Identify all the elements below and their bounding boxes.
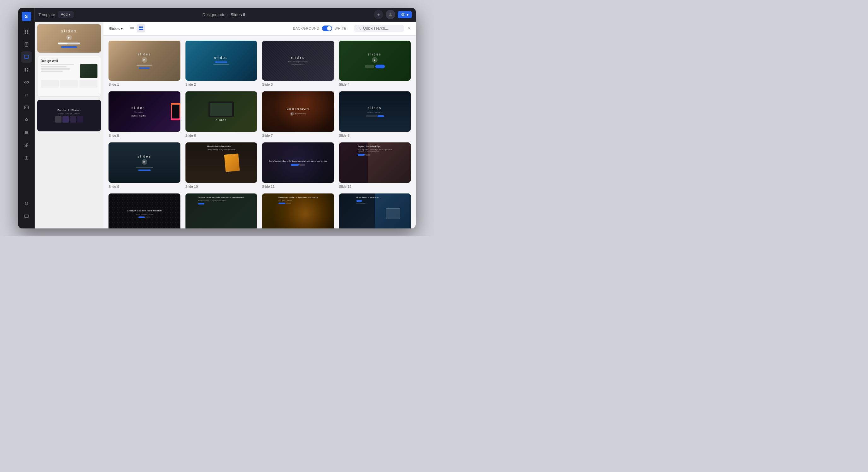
- slide-thumb-11[interactable]: One of the tragedies of the design scene…: [262, 142, 334, 183]
- slide-16-title: Great design is transparent: [356, 196, 393, 199]
- sidebar-item-pages[interactable]: [21, 39, 32, 50]
- slide-item-8: slides perfection is achieved: [339, 91, 411, 137]
- slide-thumb-4[interactable]: slides ▶: [339, 41, 411, 81]
- slide-thumb-1[interactable]: slides ▶: [108, 41, 180, 81]
- svg-point-21: [27, 132, 27, 133]
- slide-item-15: Designing a product is designing a relat…: [262, 194, 334, 228]
- preview-card-2[interactable]: Design well: [37, 56, 101, 97]
- left-panel: slides ▶ Design well: [35, 22, 103, 229]
- avatar[interactable]: [386, 10, 395, 19]
- search-input[interactable]: [363, 26, 401, 31]
- svg-rect-13: [27, 70, 28, 71]
- sidebar-item-image[interactable]: [21, 102, 32, 113]
- app-logo[interactable]: S: [22, 12, 31, 21]
- preview-card-1[interactable]: slides ▶: [37, 24, 101, 53]
- sidebar-item-notifications[interactable]: [21, 198, 32, 209]
- slide-thumb-2[interactable]: slides: [185, 41, 257, 81]
- slide-thumb-13[interactable]: Creativity is to think more efficiently …: [108, 194, 180, 228]
- slide-item-10: Messes Make Memories The most things at …: [185, 142, 257, 189]
- breadcrumb-parent[interactable]: Designmodo: [203, 12, 225, 17]
- sidebar-item-links[interactable]: [21, 76, 32, 88]
- svg-rect-23: [25, 145, 27, 147]
- slide-thumb-9[interactable]: slides ▶: [108, 142, 180, 183]
- preview-1-title: slides: [61, 29, 77, 33]
- slide-label-2: Slide 2: [185, 82, 257, 86]
- slide-thumb-6[interactable]: slides: [185, 91, 257, 132]
- svg-point-26: [403, 14, 404, 15]
- breadcrumb: Designmodo › Slides 6: [76, 12, 371, 17]
- svg-rect-31: [139, 29, 141, 30]
- slide-thumb-14[interactable]: Designers are meant to be loved, not to …: [185, 194, 257, 228]
- slide-1-title: slides: [137, 53, 151, 56]
- sidebar-item-monitor[interactable]: [21, 52, 32, 63]
- sidebar-item-text[interactable]: Tt: [21, 89, 32, 101]
- slide-3-title: slides: [291, 56, 305, 59]
- view-grid-button[interactable]: [137, 24, 145, 32]
- preview-button[interactable]: ▾: [398, 11, 412, 18]
- slide-thumb-10[interactable]: Messes Make Memories The most things at …: [185, 142, 257, 183]
- sidebar-item-plugins[interactable]: [21, 140, 32, 151]
- view-list-button[interactable]: [128, 24, 136, 32]
- preview-card-3[interactable]: Smoke & Mirrors design · concept · ident…: [37, 100, 101, 131]
- slides-dropdown[interactable]: Slides ▾: [108, 26, 123, 31]
- preview-3-title: Smoke & Mirrors: [55, 109, 83, 111]
- slide-thumb-15[interactable]: Designing a product is designing a relat…: [262, 194, 334, 228]
- slide-label-10: Slide 10: [185, 184, 257, 189]
- add-circle-button[interactable]: +: [374, 10, 383, 19]
- slide-thumb-8[interactable]: slides perfection is achieved: [339, 91, 411, 132]
- preview-1-play[interactable]: ▶: [66, 35, 72, 40]
- toggle-switch[interactable]: [322, 26, 332, 31]
- slide-thumb-12[interactable]: Beyond the Naked Eye to an argue the ful…: [339, 142, 411, 183]
- slide-4-title: slides: [368, 53, 382, 56]
- slide-item-3: slides framework for presentations desig…: [262, 41, 334, 87]
- sidebar-item-share[interactable]: [21, 152, 32, 164]
- slide-label-1: Slide 1: [108, 82, 180, 86]
- slide-11-title: One of the tragedies of the design scene…: [269, 160, 327, 162]
- sidebar: S: [18, 8, 35, 229]
- background-toggle: BACKGROUND WHITE: [293, 26, 347, 31]
- slide-1-play: ▶: [142, 57, 147, 63]
- sidebar-item-layout[interactable]: [21, 64, 32, 75]
- slide-13-title: Creativity is to think more efficiently: [127, 209, 162, 212]
- slide-9-title: slides: [137, 155, 151, 158]
- svg-rect-0: [25, 30, 26, 32]
- slides-label: Slides: [108, 26, 120, 31]
- svg-point-20: [25, 131, 26, 132]
- slide-label-5: Slide 5: [108, 134, 180, 137]
- topbar: Template Add ▾ Designmodo › Slides 6 +: [35, 8, 416, 22]
- slide-14-title: Designers are meant to be loved, not to …: [198, 196, 244, 199]
- search-icon: [358, 27, 361, 30]
- svg-rect-3: [27, 32, 28, 34]
- slides-grid: slides ▶ Slide 1: [103, 36, 416, 229]
- svg-rect-11: [25, 68, 26, 71]
- svg-rect-24: [27, 144, 28, 145]
- slide-5-title: slides: [131, 106, 146, 110]
- slide-15-title: Designing a product is designing a relat…: [279, 196, 318, 199]
- svg-rect-30: [141, 27, 143, 28]
- slide-9-play: ▶: [142, 159, 147, 165]
- template-label: Template: [38, 12, 55, 17]
- slide-label-8: Slide 8: [339, 134, 411, 137]
- close-button[interactable]: ×: [408, 26, 411, 31]
- sidebar-item-shapes[interactable]: [21, 114, 32, 126]
- search-box: [354, 25, 404, 32]
- svg-text:Tt: Tt: [25, 93, 28, 97]
- sidebar-item-settings[interactable]: [21, 127, 32, 138]
- svg-point-25: [390, 12, 392, 14]
- sidebar-item-chat[interactable]: [21, 211, 32, 222]
- slide-thumb-5[interactable]: slides Download on App Store Google Play: [108, 91, 180, 132]
- svg-line-34: [360, 29, 361, 30]
- add-button[interactable]: Add ▾: [58, 11, 74, 18]
- topbar-right: + ▾: [374, 10, 412, 19]
- slide-thumb-7[interactable]: Slides Framework ▶ Built to impress: [262, 91, 334, 132]
- slide-label-4: Slide 4: [339, 82, 411, 86]
- preview-2-title: Design well: [41, 59, 97, 63]
- breadcrumb-separator: ›: [227, 12, 229, 17]
- slide-label-11: Slide 11: [262, 184, 334, 189]
- slide-7-title: Slides Framework: [287, 108, 309, 110]
- white-label: WHITE: [335, 27, 347, 30]
- slide-2-title: slides: [214, 56, 228, 60]
- slide-thumb-16[interactable]: Great design is transparent view details…: [339, 194, 411, 228]
- slide-thumb-3[interactable]: slides framework for presentations desig…: [262, 41, 334, 81]
- sidebar-item-files[interactable]: [21, 26, 32, 37]
